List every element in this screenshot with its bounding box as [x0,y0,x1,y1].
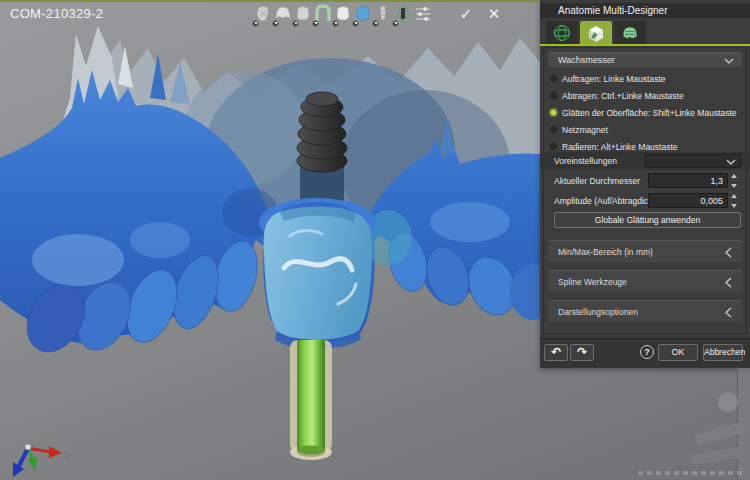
pontic-arch-icon[interactable] [313,3,332,26]
orientation-gizmo[interactable]: D [13,444,71,477]
implant-post[interactable] [290,340,332,460]
tooth-scan-icon[interactable] [253,3,272,26]
gingiva-icon[interactable] [273,3,292,26]
presets-label: Voreinstellungen [554,156,617,166]
panel-footer: ↶ ↷ ? OK Abbrechen [540,338,750,368]
tool-tabs [546,21,646,44]
wax-option-row[interactable]: Glätten der Oberfläche: Shift+Linke Maus… [550,105,742,120]
dropdown-badge-icon[interactable] [372,20,379,27]
wax-option-row[interactable]: Auftragen: Linke Maustaste [550,71,742,86]
display-settings-icon[interactable] [413,3,432,26]
section-title: Darstellungsoptionen [558,307,638,317]
presets-dropdown[interactable] [645,154,741,168]
section-minmax[interactable]: Min/Max-Bereich (in mm) [548,240,742,262]
amplitude-stepper[interactable] [731,194,739,208]
radio-icon[interactable] [550,143,557,150]
wax-option-row[interactable]: Abtragen: Ctrl.+Linke Maustaste [550,88,742,103]
section-title: Wachsmesser [558,55,615,65]
clipped-status-text [638,471,746,475]
option-label: Radieren: Alt+Linke Maustaste [562,142,678,152]
diameter-input[interactable] [648,173,728,188]
crown-white-icon[interactable] [333,3,352,26]
dropdown-badge-icon[interactable] [292,20,299,27]
radio-icon[interactable] [550,126,557,133]
chevron-down-icon [724,58,734,64]
active-tab-underline [540,44,750,46]
presets-value [646,161,650,171]
section-header-wachsmesser[interactable]: Wachsmesser [548,52,742,67]
crown-base-icon[interactable] [293,3,312,26]
diameter-label: Aktueller Durchmesser [554,176,640,186]
section-title: Min/Max-Bereich (in mm) [558,247,653,257]
dropdown-badge-icon[interactable] [332,20,339,27]
top-toolbar [253,3,432,26]
watermark-logo [688,386,750,470]
abutment-icon[interactable] [373,3,392,26]
undo-button[interactable]: ↶ [544,344,568,361]
wax-knife-icon [585,22,607,44]
radio-icon[interactable] [550,92,557,99]
option-label: Auftragen: Linke Maustaste [562,74,665,84]
panel-title: Anatomie Multi-Designer [540,3,750,18]
application-window: D COM-210329-2 [0,0,750,480]
redo-button[interactable]: ↷ [570,344,594,361]
crown-active-icon[interactable] [353,3,372,26]
section-spline-tools[interactable]: Spline Werkzeuge [548,270,742,292]
designed-crown[interactable] [264,207,373,349]
option-label: Abtragen: Ctrl.+Linke Maustaste [562,91,684,101]
mesh-sphere-icon [552,23,572,43]
mesh-sphere-tab[interactable] [546,21,578,44]
ok-button[interactable]: OK [658,344,698,361]
radio-icon[interactable] [550,109,557,116]
tooth-mesh-tab[interactable] [614,21,646,44]
tooth-mesh-icon [620,23,640,43]
axis-label: D [64,449,71,459]
implant-planning-icon[interactable] [393,3,412,26]
chevron-left-icon [725,307,732,318]
chevron-down-icon [726,159,736,165]
radio-icon[interactable] [550,75,557,82]
presets-row: Voreinstellungen [540,152,750,170]
case-id-label: COM-210329-2 [10,6,103,21]
option-label: Netzmagnet [562,125,608,135]
wax-option-row[interactable]: Netzmagnet [550,122,742,137]
wax-knife-tab[interactable] [580,21,612,44]
option-label: Glätten der Oberfläche: Shift+Linke Maus… [562,108,737,118]
section-display-options[interactable]: Darstellungsoptionen [548,300,742,322]
global-smoothing-button[interactable]: Globale Glättung anwenden [554,212,741,228]
diameter-row: Aktueller Durchmesser [540,172,750,190]
amplitude-input[interactable] [648,193,728,208]
dropdown-badge-icon[interactable] [272,20,279,27]
diameter-stepper[interactable] [731,174,739,188]
chevron-left-icon [725,277,732,288]
dropdown-badge-icon[interactable] [252,20,259,27]
3d-viewport[interactable]: D [0,0,540,480]
dropdown-badge-icon[interactable] [392,20,399,27]
anatomie-multi-designer-panel: Anatomie Multi-Designer Wachsmesser Auft… [540,0,750,368]
confirm-check-icon[interactable]: ✓ [456,5,476,23]
amplitude-row: Amplitude (Auf/Abtragdicke) [540,192,750,210]
top-accent-line [0,0,540,2]
dropdown-badge-icon[interactable] [352,20,359,27]
close-x-icon[interactable]: ✕ [484,5,504,23]
amplitude-label: Amplitude (Auf/Abtragdicke) [554,196,660,206]
section-title: Spline Werkzeuge [558,277,627,287]
cancel-button[interactable]: Abbrechen [703,344,743,361]
help-button[interactable]: ? [640,345,654,359]
dropdown-badge-icon[interactable] [312,20,319,27]
chevron-left-icon [725,247,732,258]
